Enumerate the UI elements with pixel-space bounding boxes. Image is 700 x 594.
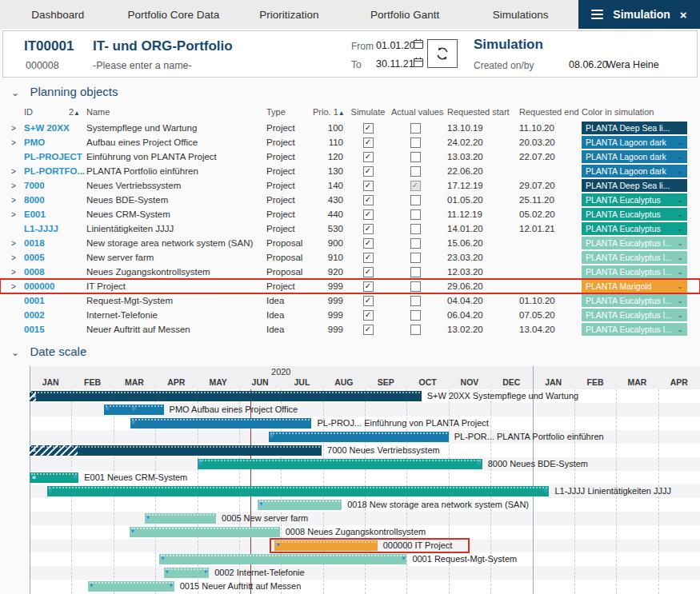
from-date-field[interactable]: 01.01.20 — [376, 40, 415, 51]
table-row[interactable]: >0005New server farmProposal910✓23.03.20… — [0, 250, 700, 265]
planning-object-id-link[interactable]: 0018 — [24, 238, 86, 248]
simulate-checkbox[interactable]: ✓ — [363, 166, 374, 177]
table-row[interactable]: >S+W 20XXSystempflege und WartungProject… — [0, 121, 700, 135]
table-row[interactable]: >000000IT ProjectProject999✓29.06.20PLAN… — [0, 279, 700, 293]
gantt-bar[interactable]: ▼ — [130, 527, 280, 537]
actual-values-checkbox[interactable] — [410, 195, 421, 205]
column-header-type[interactable]: Type — [266, 107, 313, 117]
gantt-bar[interactable]: « — [30, 391, 422, 401]
milestone-marker-icon[interactable]: ▼ — [159, 555, 166, 562]
expand-chevron-icon[interactable]: > — [11, 167, 24, 176]
table-row[interactable]: PL-PROJECTEinführung von PLANTA ProjectP… — [0, 149, 700, 164]
actual-values-checkbox[interactable] — [410, 209, 421, 220]
gantt-bar[interactable]: ▼▼ — [104, 405, 163, 415]
table-row[interactable]: >PL-PORTFO...PLANTA Portfolio einführenP… — [0, 164, 700, 178]
gantt-bar[interactable]: ▼ — [130, 418, 312, 429]
expand-chevron-icon[interactable]: > — [11, 239, 24, 248]
actual-values-checkbox[interactable] — [410, 310, 421, 321]
color-in-simulation-dropdown[interactable]: PLANTA Lagoon dark⌄ — [582, 165, 687, 177]
expand-chevron-icon[interactable]: > — [11, 268, 24, 277]
simulate-checkbox[interactable]: ✓ — [363, 195, 374, 205]
color-in-simulation-dropdown[interactable]: PLANTA Eucalyptus⌄ — [582, 222, 687, 235]
simulate-checkbox[interactable]: ✓ — [363, 152, 374, 162]
nav-dashboard[interactable]: Dashboard — [0, 0, 116, 29]
actual-values-checkbox[interactable] — [410, 253, 421, 263]
actual-values-checkbox[interactable] — [410, 123, 421, 134]
color-in-simulation-dropdown[interactable]: PLANTA Eucalyptus l...⌄ — [582, 237, 687, 249]
column-header-requested-end[interactable]: Requested end — [511, 107, 582, 117]
simulate-checkbox[interactable]: ✓ — [363, 281, 374, 292]
planning-object-id-link[interactable]: 8000 — [24, 195, 86, 205]
planning-object-id-link[interactable]: S+W 20XX — [24, 123, 86, 133]
milestone-marker-icon[interactable]: ▼ — [130, 528, 136, 535]
milestone-marker-icon[interactable]: ▼ — [258, 500, 264, 508]
planning-object-id-link[interactable]: 0008 — [24, 267, 86, 277]
nav-portfolio-core-data[interactable]: Portfolio Core Data — [116, 0, 232, 29]
to-date-field[interactable]: 30.11.21 — [376, 58, 414, 70]
calendar-icon-from[interactable] — [413, 38, 424, 50]
simulate-checkbox[interactable]: ✓ — [363, 325, 374, 335]
expand-chevron-icon[interactable]: > — [11, 253, 24, 262]
planning-object-id-link[interactable]: PL-PORTFO... — [24, 166, 86, 176]
color-in-simulation-dropdown[interactable]: PLANTA Eucalyptus⌄ — [582, 208, 687, 221]
nav-portfolio-gantt[interactable]: Portfolio Gantt — [347, 0, 463, 29]
color-in-simulation-dropdown[interactable]: PLANTA Marigold⌄ — [582, 280, 687, 293]
milestone-marker-icon[interactable]: ▼ — [130, 419, 137, 426]
table-row[interactable]: >7000Neues VertriebssystemProject140✓✓17… — [0, 178, 700, 193]
milestone-marker-icon[interactable]: ▼ — [164, 568, 170, 576]
simulate-checkbox[interactable]: ✓ — [363, 296, 374, 306]
simulate-checkbox[interactable]: ✓ — [363, 267, 374, 277]
calendar-icon-to[interactable] — [413, 57, 424, 68]
table-row[interactable]: >PMOAufbau eines Project OfficeProject11… — [0, 135, 700, 149]
table-row[interactable]: >E001Neues CRM-SystemProject440✓11.12.19… — [0, 207, 700, 221]
milestone-marker-icon[interactable]: ▼ — [202, 568, 209, 576]
simulate-checkbox[interactable]: ✓ — [363, 238, 374, 249]
planning-object-id-link[interactable]: E001 — [24, 209, 86, 219]
gantt-bar[interactable]: ▼ — [145, 513, 216, 524]
gantt-bar[interactable]: ▼▼ — [88, 581, 174, 592]
milestone-marker-icon[interactable]: ▼ — [130, 405, 137, 413]
actual-values-checkbox[interactable] — [410, 166, 421, 177]
close-icon[interactable]: × — [680, 8, 687, 22]
simulate-checkbox[interactable]: ✓ — [363, 209, 374, 220]
table-row[interactable]: 0015Neuer Auftritt auf MessenIdea999✓13.… — [0, 322, 700, 337]
actual-values-checkbox[interactable] — [410, 238, 421, 249]
color-in-simulation-dropdown[interactable]: PLANTA Lagoon dark⌄ — [582, 150, 687, 163]
color-in-simulation-dropdown[interactable]: PLANTA Lagoon dark⌄ — [582, 136, 687, 149]
gantt-bar[interactable]: ▼ — [258, 500, 342, 510]
simulate-checkbox[interactable]: ✓ — [363, 123, 374, 134]
planning-object-id-link[interactable]: 7000 — [24, 181, 86, 190]
gantt-bar[interactable]: ▼▼ — [47, 486, 549, 496]
actual-values-checkbox[interactable] — [410, 325, 421, 335]
milestone-marker-icon[interactable]: ▼ — [168, 582, 174, 589]
column-header-color-in-simulation[interactable]: Color in simulation — [582, 107, 687, 117]
table-row[interactable]: 0002Internet-TelefonieIdea999✓06.04.2007… — [0, 308, 700, 322]
color-in-simulation-dropdown[interactable]: PLANTA Deep Sea li...⌄ — [582, 122, 687, 134]
milestone-marker-icon[interactable]: ▼ — [72, 473, 78, 480]
color-in-simulation-dropdown[interactable]: PLANTA Eucalyptus l...⌄ — [582, 309, 687, 321]
planning-object-id-link[interactable]: 0005 — [24, 253, 86, 262]
milestone-marker-icon[interactable]: ▼ — [198, 460, 204, 467]
actual-values-checkbox[interactable] — [410, 281, 421, 292]
expand-chevron-icon[interactable]: > — [11, 138, 24, 147]
gantt-bar[interactable]: ▼▼ — [159, 554, 406, 564]
color-in-simulation-dropdown[interactable]: PLANTA Eucalyptus l...⌄ — [582, 265, 687, 278]
planning-object-id-link[interactable]: 000000 — [24, 281, 86, 291]
milestone-marker-icon[interactable]: ▼ — [47, 487, 54, 494]
milestone-marker-icon[interactable]: ▼ — [145, 514, 151, 521]
actual-values-checkbox[interactable] — [410, 224, 421, 234]
table-row[interactable]: >0008Neues ZugangskontrollsystemProposal… — [0, 265, 700, 279]
nav-simulations[interactable]: Simulations — [462, 0, 578, 29]
actual-values-checkbox[interactable] — [410, 296, 421, 306]
milestone-marker-icon[interactable]: ▼ — [269, 433, 275, 440]
expand-chevron-icon[interactable]: > — [11, 181, 24, 190]
milestone-marker-icon[interactable]: ▼ — [476, 460, 482, 467]
actual-values-checkbox[interactable] — [410, 267, 421, 277]
gantt-bar[interactable]: ▼▼ — [198, 459, 482, 469]
table-row[interactable]: 0001Request-Mgt-SystemIdea999✓04.04.2001… — [0, 293, 700, 308]
refresh-button[interactable] — [427, 39, 458, 68]
table-row[interactable]: >0018New storage area network system (SA… — [0, 236, 700, 250]
column-header-simulate[interactable]: Simulate — [345, 107, 391, 117]
gantt-bar[interactable]: ▼▼ — [164, 568, 210, 578]
planning-object-id-link[interactable]: 0002 — [24, 310, 86, 320]
